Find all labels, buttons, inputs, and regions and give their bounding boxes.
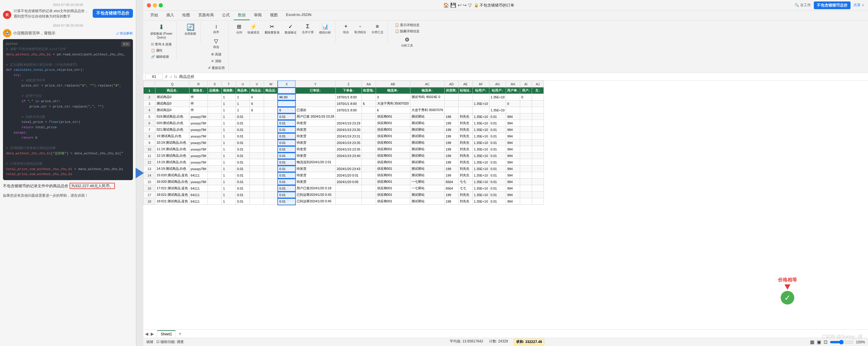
cell[interactable]: 1 [222, 113, 236, 120]
cell[interactable] [208, 172, 222, 179]
consolidate-button[interactable]: Σ 合并计算 [300, 22, 316, 36]
cell[interactable]: 0.01 [489, 133, 506, 140]
reapply-button[interactable]: ↺ 重新应用 [207, 65, 225, 71]
query-connect-button[interactable]: ☑ 查询 & 连接 [150, 41, 173, 47]
cell[interactable]: 0.01 [278, 166, 296, 172]
cell[interactable]: 测试驿站 [410, 140, 444, 146]
col-q[interactable]: Q [155, 81, 189, 87]
cell[interactable]: 1 [222, 126, 236, 133]
cell[interactable]: 0.01 [236, 159, 250, 166]
cell[interactable]: 2024/1/19 23:31 [335, 133, 362, 140]
col-ab[interactable]: AB [376, 81, 410, 87]
cell[interactable] [250, 166, 264, 172]
col-aa[interactable]: AA [362, 81, 376, 87]
cell[interactable]: 刘先生 [459, 140, 473, 146]
cell[interactable]: 供应商001 [376, 192, 410, 198]
sheet-tab-1[interactable]: Sheet1 [157, 330, 176, 338]
collapse-button[interactable]: ⊿ 收起解析 [116, 31, 133, 35]
cell[interactable] [506, 107, 520, 113]
cell[interactable]: 1970/1/1 8:00 [335, 94, 362, 100]
cell[interactable] [520, 146, 532, 152]
cell[interactable] [335, 159, 362, 166]
cell[interactable]: 2024/1/20 0:05 [335, 179, 362, 185]
cell[interactable]: 供应商001 [376, 120, 410, 126]
cell[interactable]: 994 [506, 133, 520, 140]
cell[interactable] [459, 94, 473, 100]
col-v[interactable]: V [250, 81, 264, 87]
cell[interactable]: 199 [444, 140, 459, 146]
cell[interactable]: 994 [506, 159, 520, 166]
cell[interactable]: 994 [506, 140, 520, 146]
cell[interactable] [264, 113, 278, 120]
cell[interactable]: 0.01 [278, 192, 296, 198]
cell[interactable]: 1.35E+10 [472, 113, 489, 120]
cell[interactable]: 1.35E+10 [472, 185, 489, 192]
cell[interactable]: 0.01 [236, 172, 250, 179]
cell[interactable] [532, 172, 544, 179]
cell[interactable]: 测试驿站 [410, 198, 444, 205]
cell[interactable]: 测试驿站 [410, 172, 444, 179]
cell[interactable]: 刘先生 [459, 120, 473, 126]
col-x[interactable]: X [278, 81, 296, 87]
cell[interactable] [250, 146, 264, 152]
cell[interactable]: 6 [362, 100, 376, 107]
cell[interactable] [335, 198, 362, 205]
edit-links-button[interactable]: 🔗 编辑链接 [150, 54, 173, 60]
cell[interactable] [250, 126, 264, 133]
cell[interactable] [520, 172, 532, 179]
cell[interactable]: 994 [506, 185, 520, 192]
cell[interactable]: 刘先生 [459, 159, 473, 166]
cell[interactable]: 0.01 [278, 120, 296, 126]
col-ai[interactable]: AI [520, 81, 532, 87]
cell[interactable]: 1 [236, 94, 250, 100]
cell[interactable]: 64111 [189, 198, 208, 205]
group-button[interactable]: + 组合 [341, 22, 351, 35]
cell[interactable]: ¥6.00 [278, 94, 296, 100]
cell[interactable]: 2024/1/19 23:30 [335, 126, 362, 133]
cell[interactable]: 0.01 [489, 126, 506, 133]
data-valid-button[interactable]: ✓ 数据验证 [283, 22, 299, 36]
cell[interactable]: 供应商001 [376, 166, 410, 172]
cell[interactable] [250, 152, 264, 159]
cell[interactable] [295, 100, 335, 107]
cell[interactable]: 已到达驿2024/1/20 0:45 [295, 198, 335, 205]
cell[interactable]: 6564 [444, 179, 459, 185]
cell[interactable]: 0.01 [236, 120, 250, 126]
cell[interactable]: 待发货 [295, 140, 335, 146]
share-button[interactable]: 共享 ∧ [854, 3, 864, 8]
cell[interactable]: 供应商001 [376, 179, 410, 185]
cell[interactable]: 0.01 [278, 198, 296, 205]
cell[interactable]: yuuuyy78# [189, 120, 208, 126]
cell[interactable]: 1.35E+10 [472, 172, 489, 179]
cell[interactable]: 1.35E+10 [472, 198, 489, 205]
cell[interactable] [278, 100, 296, 107]
cell[interactable]: 0.01 [236, 166, 250, 172]
cell[interactable] [532, 198, 544, 205]
cell[interactable] [532, 120, 544, 126]
col-af[interactable]: AF [472, 81, 489, 87]
cell[interactable] [208, 185, 222, 192]
cell[interactable]: 刘先生 [459, 133, 473, 140]
copy-button[interactable]: 复制 [121, 41, 130, 47]
cell[interactable]: yuuuyy78# [189, 126, 208, 133]
cell[interactable]: 2024/1/19 23:29 [335, 120, 362, 126]
cell[interactable]: 17:021:测试商品,蓝色 [155, 185, 189, 192]
cell[interactable] [264, 185, 278, 192]
cell[interactable] [362, 133, 376, 140]
cell[interactable]: yuuuyy78# [189, 152, 208, 159]
cell[interactable]: 1.35E+10 [472, 120, 489, 126]
maximize-button[interactable] [159, 3, 163, 7]
cell[interactable]: 待发货 [295, 172, 335, 179]
cell[interactable] [250, 133, 264, 140]
what-if-button[interactable]: 📊 模拟分析 [317, 22, 333, 36]
cell[interactable]: 0.01 [278, 185, 296, 192]
cell[interactable]: 994 [506, 113, 520, 120]
cell[interactable] [532, 94, 544, 100]
cell[interactable]: 0.01 [278, 126, 296, 133]
cell[interactable]: 1.35E+10 [472, 179, 489, 185]
cell[interactable] [520, 120, 532, 126]
cell[interactable]: 测试商品0 [155, 100, 189, 107]
cell[interactable]: 待发货 [295, 166, 335, 172]
cell[interactable]: 14:19:测试商品,白色 [155, 166, 189, 172]
cell[interactable] [520, 198, 532, 205]
